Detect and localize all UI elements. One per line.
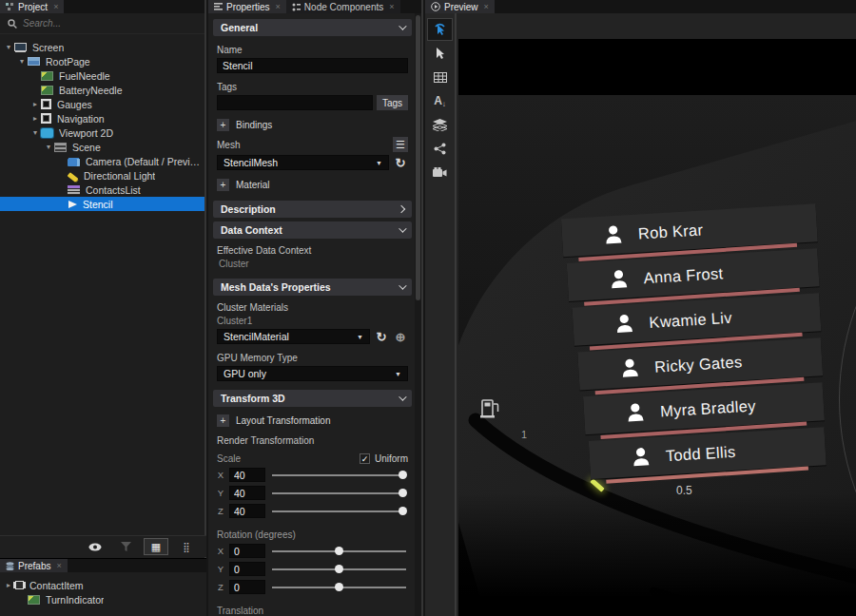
tree-item-gauges[interactable]: ▸Gauges [0,97,204,111]
grid-overlay-button[interactable] [427,66,453,88]
mesh-dropdown[interactable]: StencilMesh▼ [217,155,389,170]
project-toolbar: ▦ ⣿ [0,535,206,557]
tree-item-navigation[interactable]: ▸Navigation [0,111,204,125]
add-layout-transformation-button[interactable]: + [217,414,229,427]
axis-label: Z [217,582,224,592]
tree-item-stencil[interactable]: Stencil [0,197,204,211]
rotation-y-field[interactable] [229,562,265,576]
revert-mesh-button[interactable]: ↻ [393,155,408,170]
scale-z-slider[interactable] [270,504,408,518]
tree-item-directional-light[interactable]: Directional Light [0,168,204,183]
cluster-materials-label: Cluster Materials [217,302,408,313]
close-icon[interactable]: × [484,2,489,11]
scale-label: Scale [217,453,241,464]
chevron-collapsed-icon[interactable]: ▸ [30,111,40,125]
properties-scrollbar[interactable] [415,13,421,616]
stencil-material-dropdown[interactable]: StencilMaterial▼ [217,329,370,344]
dock-options-button[interactable]: ⣿ [174,538,199,555]
revert-material-button[interactable]: ↻ [374,329,389,344]
tree-item-contactslist[interactable]: ContactsList [0,183,204,197]
preview-viewport[interactable]: 1 0.5 Rob Krar Anna Frost [458,13,856,616]
slider-handle[interactable] [335,583,343,591]
select-mode-button[interactable] [427,42,453,65]
scale-z-row: Z [217,504,408,518]
chevron-collapsed-icon[interactable]: ▸ [4,578,13,592]
tab-properties[interactable]: Properties × [208,0,286,13]
chevron-expanded-icon[interactable]: ▾ [44,140,53,154]
add-material-button[interactable]: + [217,179,229,191]
section-mesh-data[interactable]: Mesh Data's Properties [213,279,412,296]
tree-item-screen[interactable]: ▾Screen [0,40,204,54]
close-icon[interactable]: × [276,2,281,11]
add-binding-button[interactable]: + [217,119,229,131]
rotation-y-slider[interactable] [270,562,408,576]
tree-item-batteryneedle[interactable]: BatteryNeedle [0,83,204,97]
slider-handle[interactable] [335,547,343,555]
prefab-item-turnindicator[interactable]: TurnIndicator [0,592,206,606]
chevron-expanded-icon[interactable]: ▾ [30,125,40,140]
camera-tool-button[interactable] [427,161,453,183]
chevron-expanded-icon[interactable]: ▾ [17,54,27,68]
text-analyze-button[interactable]: A↓ [427,89,453,112]
rotation-z-row: Z [217,580,408,594]
scrollbar-thumb[interactable] [416,15,420,300]
node-connections-button[interactable] [427,137,453,160]
chevron-collapsed-icon[interactable]: ▸ [30,97,40,111]
layers-button[interactable] [427,113,453,136]
close-icon[interactable]: × [56,561,61,570]
section-title: Data Context [221,224,282,236]
tree-item-label: TurnIndicator [46,594,104,606]
chevron-down-icon [399,22,406,29]
close-icon[interactable]: × [389,2,394,11]
slider-handle[interactable] [335,565,343,573]
close-icon[interactable]: × [53,2,58,11]
light-icon [68,172,79,183]
tree-item-camera[interactable]: Camera (Default / Preview) [0,154,204,168]
tree-item-scene[interactable]: ▾Scene [0,140,204,154]
mesh-list-button[interactable]: ☰ [393,137,408,152]
page-icon [28,57,40,66]
tree-item-fuelneedle[interactable]: FuelNeedle [0,68,204,83]
tab-preview[interactable]: Preview × [425,0,495,13]
section-description[interactable]: Description [213,201,412,218]
tree-item-label: Camera (Default / Preview) [86,156,204,167]
shortcuts-button[interactable]: ▦ [144,538,168,555]
rotation-x-slider[interactable] [270,544,408,558]
scale-x-slider[interactable] [270,468,408,482]
section-transform3d[interactable]: Transform 3D [213,390,412,407]
tab-project[interactable]: Project × [0,0,64,13]
tags-button[interactable]: Tags [377,95,408,110]
chevron-expanded-icon[interactable]: ▾ [4,40,13,54]
tab-prefabs[interactable]: Prefabs × [0,559,68,572]
tree-item-viewport2d[interactable]: ▾Viewport 2D [0,125,204,140]
search-input[interactable] [23,18,197,29]
uniform-checkbox[interactable]: ✓ Uniform [360,453,408,464]
visibility-button[interactable] [83,538,107,555]
gpu-memory-type-label: GPU Memory Type [217,353,408,363]
tab-node-components[interactable]: Node Components × [286,0,400,13]
tree-item-rootpage[interactable]: ▾RootPage [0,54,204,68]
scale-y-field[interactable] [229,486,265,500]
section-general[interactable]: General [213,19,412,36]
scale-z-field[interactable] [229,504,265,518]
slider-handle[interactable] [399,507,407,515]
gpu-memory-dropdown[interactable]: GPU only▼ [217,366,408,381]
goto-material-button[interactable]: ⊕ [393,329,408,344]
slider-handle[interactable] [399,489,407,497]
material-label: Material [236,180,270,190]
rotation-z-slider[interactable] [270,580,408,594]
contacts-list: Rob Krar Anna Frost Kwamie Liv [561,203,833,487]
rotation-z-field[interactable] [229,580,265,594]
slider-handle[interactable] [399,471,407,479]
rotation-x-field[interactable] [229,544,265,558]
revert-icon: ↻ [377,330,387,344]
filter-button[interactable] [113,538,138,555]
interact-mode-button[interactable] [427,18,453,41]
section-data-context[interactable]: Data Context [213,221,412,239]
prefab-icon [15,581,24,589]
tags-field[interactable] [217,95,373,110]
scale-x-field[interactable] [229,468,265,482]
prefab-item-contactitem[interactable]: ▸ContactItem [0,578,206,592]
scale-y-slider[interactable] [270,486,408,500]
name-field[interactable] [217,58,408,73]
